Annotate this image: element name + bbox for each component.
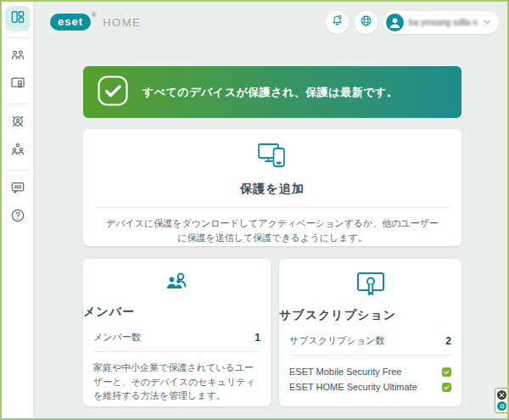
banner-message: すべてのデバイスが保護され、保護は最新です。 bbox=[143, 85, 398, 100]
family-icon bbox=[9, 141, 26, 161]
sidebar-divider bbox=[7, 104, 29, 104]
subscription-certificate-icon bbox=[279, 271, 461, 300]
globe-icon bbox=[359, 14, 373, 31]
language-button[interactable] bbox=[355, 11, 378, 34]
protection-status-banner: すべてのデバイスが保護され、保護は最新です。 bbox=[83, 66, 461, 118]
check-badge-icon bbox=[442, 383, 451, 392]
avatar bbox=[386, 14, 404, 31]
members-card[interactable]: メンバー メンバー数 1 家庭や中小企業で保護されているユーザーと、そのデバイス… bbox=[83, 259, 271, 406]
registered-mark: ® bbox=[92, 12, 96, 18]
subscription-list: ESET Mobile Security Free ESET HOME Secu… bbox=[279, 364, 461, 395]
members-group-icon bbox=[83, 271, 271, 297]
subscriptions-count: 2 bbox=[445, 335, 451, 347]
chevron-down-icon bbox=[483, 14, 492, 30]
header-actions: ba yrnsang sdlla n bbox=[326, 11, 499, 34]
devices-icon bbox=[255, 159, 289, 173]
top-header: eset ® HOME bbox=[33, 2, 507, 42]
bell-icon bbox=[330, 14, 344, 31]
subscription-row: ESET HOME Security Ultimate bbox=[279, 379, 461, 395]
widget-close-icon[interactable] bbox=[497, 390, 506, 400]
subscription-name: ESET Mobile Security Free bbox=[289, 367, 401, 377]
divider bbox=[95, 207, 450, 208]
chat-icon bbox=[9, 179, 26, 199]
sidebar-item-family[interactable] bbox=[5, 138, 31, 164]
add-protection-card[interactable]: 保護を追加 デバイスに保護をダウンロードしてアクティベーションするか、他のユーザ… bbox=[83, 129, 461, 246]
members-description: 家庭や中小企業で保護されているユーザーと、そのデバイスのセキュリティを維持する方… bbox=[83, 361, 271, 403]
user-display-name: ba yrnsang sdlla n bbox=[409, 18, 478, 27]
members-count-label: メンバー数 bbox=[93, 331, 141, 344]
divider bbox=[93, 351, 260, 352]
user-menu[interactable]: ba yrnsang sdlla n bbox=[383, 11, 499, 34]
certificate-icon bbox=[9, 75, 26, 95]
sidebar-item-members[interactable] bbox=[5, 44, 31, 70]
members-count: 1 bbox=[255, 332, 260, 344]
check-square-icon bbox=[97, 75, 129, 110]
divider bbox=[289, 355, 451, 356]
add-protection-description: デバイスに保護をダウンロードしてアクティベーションするか、他のユーザーに保護を送… bbox=[83, 216, 461, 245]
dashboard-icon bbox=[9, 8, 26, 29]
subscriptions-card[interactable]: サブスクリプション サブスクリプション数 2 ESET Mobile Secur… bbox=[279, 259, 461, 406]
subscriptions-title: サブスクリプション bbox=[279, 308, 461, 323]
floating-widget bbox=[495, 388, 507, 413]
sidebar bbox=[2, 2, 33, 418]
add-protection-title: 保護を追加 bbox=[83, 182, 461, 197]
help-icon bbox=[9, 207, 26, 227]
sidebar-divider bbox=[7, 37, 29, 38]
members-title: メンバー bbox=[83, 305, 271, 320]
anti-theft-icon bbox=[9, 113, 26, 133]
sidebar-item-anti-theft[interactable] bbox=[5, 110, 31, 136]
subscriptions-count-label: サブスクリプション数 bbox=[289, 334, 384, 347]
sidebar-item-help[interactable] bbox=[5, 204, 31, 230]
widget-app-icon[interactable] bbox=[497, 401, 506, 411]
eset-home-logo[interactable]: eset ® HOME bbox=[50, 14, 141, 31]
subscription-name: ESET HOME Security Ultimate bbox=[289, 382, 417, 392]
sidebar-item-subscriptions[interactable] bbox=[5, 72, 31, 98]
check-badge-icon bbox=[442, 367, 451, 377]
sidebar-divider bbox=[7, 170, 29, 171]
sidebar-item-dashboard[interactable] bbox=[5, 6, 31, 31]
product-name: HOME bbox=[103, 16, 141, 29]
members-icon bbox=[9, 47, 26, 67]
eset-home-window: eset ® HOME bbox=[0, 0, 509, 420]
sidebar-item-feedback[interactable] bbox=[5, 176, 31, 202]
notifications-button[interactable] bbox=[326, 11, 349, 34]
subscription-row: ESET Mobile Security Free bbox=[279, 364, 461, 379]
eset-logo: eset bbox=[50, 14, 91, 31]
